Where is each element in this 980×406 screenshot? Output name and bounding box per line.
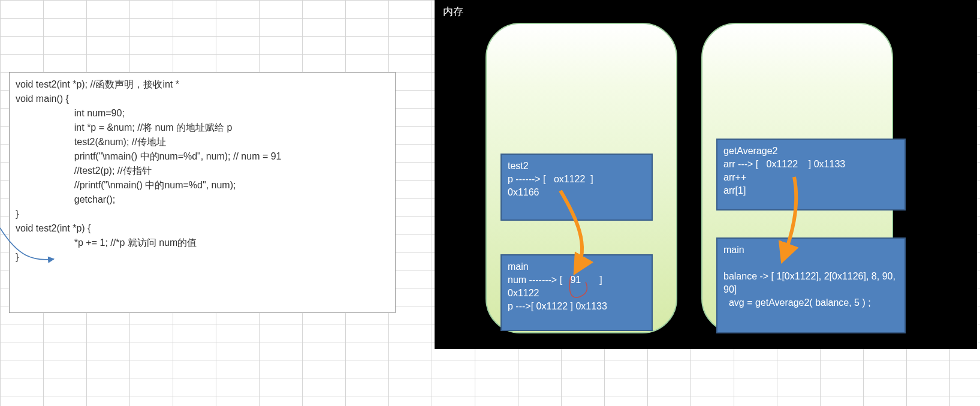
box-test2: test2 p ------> [ ox1122 ] 0x1166	[500, 154, 653, 221]
code-textbox: void test2(int *p); //函数声明，接收int * void …	[9, 72, 396, 313]
memory-panel-title: 内存	[435, 0, 977, 23]
box-main-left: main num -------> [ 91 ] 0x1122 p --->[ …	[500, 254, 653, 331]
box-main-right: main balance -> [ 1[0x1122], 2[0x1126], …	[716, 237, 906, 333]
box-getaverage2: getAverage2 arr ---> [ 0x1122 ] 0x1133 a…	[716, 139, 906, 210]
memory-panel: 内存 test2 p ------> [ ox1122 ] 0x1166 mai…	[435, 0, 977, 349]
